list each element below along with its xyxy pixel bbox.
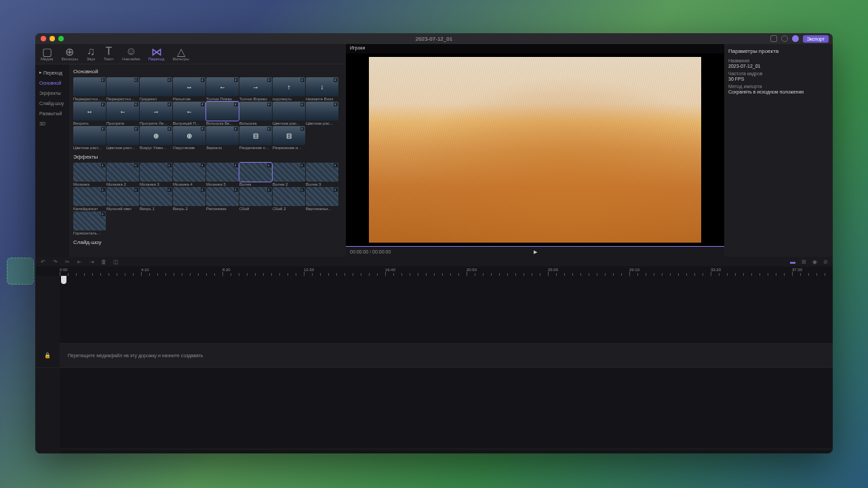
delete-icon[interactable]: 🗑 [100,258,107,265]
thumb-image[interactable] [206,126,239,145]
transition-thumb[interactable]: ↓Нажмите Вниз [306,77,338,101]
transition-thumb[interactable]: Волна 3 [306,163,338,186]
transition-thumb[interactable]: Градиент [140,77,172,101]
thumb-image[interactable]: ↔ [173,77,205,96]
thumb-image[interactable] [206,102,239,121]
download-icon[interactable] [134,188,138,192]
transition-thumb[interactable]: Сбой [239,187,272,211]
thumb-image[interactable]: ← [173,102,205,121]
thumb-image[interactable] [73,163,106,182]
download-icon[interactable] [300,188,304,192]
sidebar-item[interactable]: Основной [35,78,69,88]
transition-thumb[interactable]: Мозаика [73,163,106,186]
thumb-image[interactable] [106,126,139,145]
thumb-image[interactable] [140,163,172,182]
thumb-image[interactable] [106,77,139,96]
sidebar-item[interactable]: 3D [35,119,69,129]
tool-music[interactable]: ♫Звук [86,47,96,61]
back-icon[interactable]: ⇤ [76,258,83,265]
sidebar-item[interactable]: Эффекты [35,88,69,98]
download-icon[interactable] [300,163,304,167]
transition-thumb[interactable]: ←Вытрицай П... [173,102,205,125]
thumb-image[interactable] [73,77,106,96]
transition-thumb[interactable]: Мозаика 2 [106,163,139,186]
thumb-image[interactable] [273,187,305,206]
download-icon[interactable] [201,78,205,82]
download-icon[interactable] [234,163,238,167]
maximize-icon[interactable] [58,36,64,41]
thumb-image[interactable] [73,211,106,230]
playhead[interactable] [61,276,66,284]
track-area[interactable]: Перетащите медиафайл на эту дорожку и на… [60,276,833,453]
download-icon[interactable] [234,188,238,192]
transition-thumb[interactable]: Цветное раст... [106,126,139,150]
thumb-image[interactable] [306,102,338,121]
download-icon[interactable] [167,78,172,82]
transition-thumb[interactable]: Вихрь 1 [140,187,172,211]
transition-thumb[interactable]: Калейдоскоп [73,187,106,211]
transition-thumb[interactable]: Перекрестно... [106,77,139,101]
transition-thumb[interactable]: Сбой 2 [273,187,305,211]
download-icon[interactable] [334,163,338,167]
transition-thumb[interactable]: Перекрестно... [73,77,106,101]
thumb-image[interactable] [140,187,172,206]
transition-thumb[interactable]: Мультий свет [106,187,139,211]
transition-thumb[interactable]: →Протрите Ле... [140,102,172,125]
download-icon[interactable] [267,163,271,167]
thumb-image[interactable]: ⊕ [173,126,205,145]
transition-thumb[interactable]: ⊕Вокруг Умен... [140,126,172,150]
download-icon[interactable] [201,188,205,192]
cut-icon[interactable]: ✂ [64,258,71,265]
minimize-icon[interactable] [50,36,55,41]
thumb-image[interactable] [140,77,172,96]
transition-thumb[interactable]: Горизонталь... [73,211,106,235]
thumb-image[interactable] [306,163,338,182]
transition-thumb[interactable]: ↔Вихрить [73,102,106,125]
preview-canvas[interactable] [346,54,724,246]
tool-text[interactable]: TТекст [104,47,114,61]
sidebar-item[interactable]: Размытый [35,108,69,119]
tool-filter[interactable]: △Фильтры [172,47,189,61]
download-icon[interactable] [201,102,205,106]
transition-thumb[interactable]: ⊟Разрезание и... [273,126,305,150]
transition-thumb[interactable]: Цветное раст... [73,126,106,150]
thumb-image[interactable] [306,187,338,206]
thumb-image[interactable] [106,187,139,206]
transition-thumb[interactable]: Зеркало [206,126,239,150]
thumb-image[interactable] [239,187,272,206]
close-icon[interactable] [41,36,46,41]
download-icon[interactable] [334,188,338,192]
download-icon[interactable] [201,127,205,131]
download-icon[interactable] [134,102,138,106]
tool-media[interactable]: ▢Медиа [41,47,53,61]
more-icon[interactable]: ⊘ [822,258,829,265]
transition-thumb[interactable]: Волна [239,163,272,186]
download-icon[interactable] [234,78,238,82]
transition-thumb[interactable]: Вихрь 2 [173,187,205,211]
track-lock-icon[interactable]: 🔒 [35,344,60,368]
download-icon[interactable] [300,102,304,106]
tool-globe[interactable]: ⊕Фильтры [61,47,77,61]
download-icon[interactable] [101,127,105,131]
download-icon[interactable] [134,78,138,82]
play-button[interactable]: ▶ [534,249,537,255]
download-icon[interactable] [101,163,105,167]
fwd-icon[interactable]: ⇥ [88,258,95,265]
thumb-image[interactable] [239,102,272,121]
transition-thumb[interactable]: Мозаика 4 [173,163,205,186]
download-icon[interactable] [201,163,205,167]
download-icon[interactable] [267,127,271,131]
download-icon[interactable] [167,102,172,106]
download-icon[interactable] [300,78,304,82]
download-icon[interactable] [101,78,105,82]
thumb-image[interactable] [73,126,106,145]
undo-icon[interactable]: ↶ [39,258,46,265]
export-button[interactable]: Экспорт [803,35,829,43]
thumb-image[interactable]: ⊟ [273,126,305,145]
thumb-image[interactable]: ← [206,77,239,96]
download-icon[interactable] [300,127,304,131]
thumb-image[interactable] [273,102,305,121]
download-icon[interactable] [267,102,271,106]
thumb-image[interactable] [206,187,239,206]
thumb-image[interactable] [273,163,305,182]
